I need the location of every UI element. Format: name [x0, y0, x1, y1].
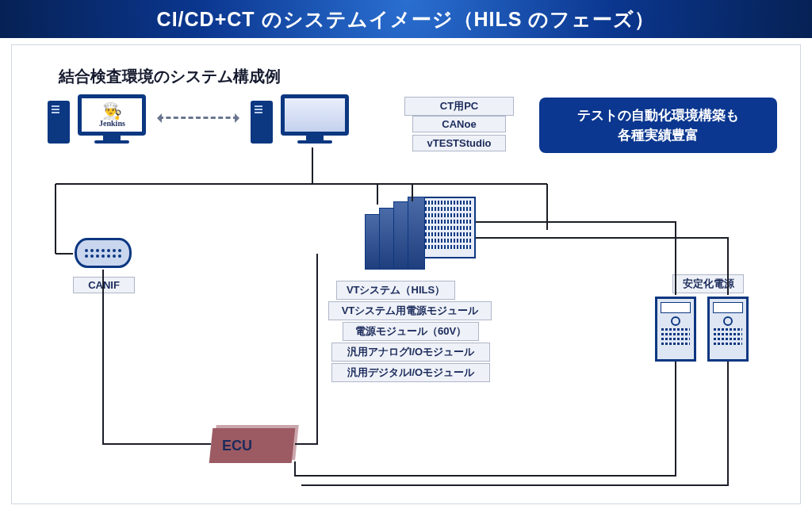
pc-monitor-icon: 👨‍🍳 Jenkins — [78, 94, 146, 144]
page-title: CI/CD+CT のシステムイメージ（HILS のフェーズ） — [157, 6, 656, 33]
jenkins-label: Jenkins — [99, 119, 125, 128]
label-ecu: ECU — [222, 438, 252, 454]
label-canoe: CANoe — [412, 116, 506, 132]
callout-line1: テストの自動化環境構築も — [577, 105, 739, 126]
page-title-banner: CI/CD+CT のシステムイメージ（HILS のフェーズ） — [0, 0, 812, 38]
vt-system-rack-icon — [365, 197, 476, 270]
psu-icon — [655, 297, 696, 362]
psu-icon — [707, 297, 749, 362]
callout-line2: 各種実績豊富 — [577, 125, 739, 146]
pc-monitor-icon — [281, 94, 349, 144]
label-vt-system: VTシステム（HILS） — [336, 281, 455, 300]
info-callout: テストの自動化環境構築も 各種実績豊富 — [539, 98, 777, 153]
label-analog-io: 汎用アナログI/Oモジュール — [331, 343, 490, 362]
label-vt-power-module: VTシステム用電源モジュール — [328, 301, 492, 320]
jenkins-pc: 👨‍🍳 Jenkins — [48, 94, 146, 144]
pc-tower-icon — [48, 101, 70, 144]
label-psu: 安定化電源 — [672, 274, 744, 293]
ct-pc — [251, 94, 349, 144]
canif-connector-icon — [75, 238, 132, 268]
label-ct-pc: CT用PC — [404, 97, 514, 116]
bidirectional-arrow-icon — [159, 117, 238, 119]
label-digital-io: 汎用デジタルI/Oモジュール — [331, 363, 490, 382]
label-vteststudio: vTESTStudio — [412, 135, 506, 151]
pc-tower-icon — [251, 101, 273, 144]
subtitle: 結合検査環境のシステム構成例 — [59, 66, 281, 87]
jenkins-icon: 👨‍🍳 — [102, 103, 122, 119]
label-power-60v: 電源モジュール（60V） — [343, 322, 479, 341]
label-canif: CANIF — [73, 277, 135, 293]
